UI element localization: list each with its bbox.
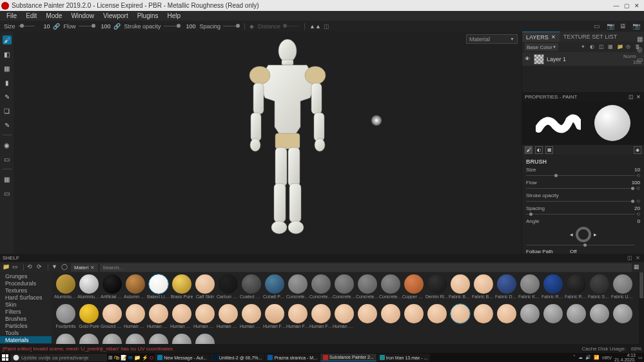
shelf-scrollbar[interactable]	[639, 272, 644, 344]
material-item[interactable]	[170, 333, 193, 344]
material-item[interactable]	[147, 333, 170, 344]
angle-widget[interactable]: ◂▸	[526, 225, 640, 243]
distance-slider[interactable]	[283, 26, 300, 26]
material-item[interactable]	[472, 303, 495, 333]
channel-alpha[interactable]: ◐	[535, 146, 543, 154]
material-item[interactable]: Calf Skin	[193, 274, 217, 303]
taskbar-clock[interactable]: 4:1321.4.2020.	[614, 353, 636, 362]
taskbar-app[interactable]: Substance Painter 2...	[320, 354, 376, 361]
material-item[interactable]: Human Eye...	[240, 303, 263, 333]
add-smart-icon[interactable]: ◎	[626, 44, 632, 50]
material-item[interactable]: Human Fac...	[286, 303, 309, 333]
tray-language[interactable]: HRV	[602, 356, 612, 360]
back-icon[interactable]: ⟲	[27, 263, 35, 271]
material-item[interactable]: Cobalt Pure	[263, 274, 286, 303]
tray-cloud-icon[interactable]: ☁	[578, 355, 583, 360]
fill-tool[interactable]: ▮	[3, 78, 12, 87]
material-item[interactable]	[495, 303, 518, 333]
pinned-app-icon[interactable]: O	[150, 355, 153, 361]
shelf-cat-hard-surfaces[interactable]: Hard Surfaces	[0, 294, 52, 301]
material-item[interactable]: Concrete S...	[379, 274, 402, 303]
material-item[interactable]	[449, 303, 472, 333]
shelf-cat-tools[interactable]: Tools	[0, 329, 52, 336]
material-dropdown[interactable]: Material	[466, 34, 518, 44]
shelf-cat-procedurals[interactable]: Procedurals	[0, 280, 52, 287]
link-icon[interactable]: 🔗	[53, 23, 60, 30]
size-slider[interactable]: ⟲	[526, 174, 640, 177]
eraser-tool[interactable]: ◧	[3, 50, 12, 59]
material-item[interactable]	[611, 303, 634, 333]
material-item[interactable]	[379, 303, 402, 333]
material-item[interactable]: Human Bac...	[124, 303, 147, 333]
add-mask-icon[interactable]: ◐	[590, 44, 596, 50]
material-picker-tool[interactable]: ✎	[3, 120, 12, 129]
size-value[interactable]: 10	[37, 23, 50, 30]
material-item[interactable]: Footprints	[54, 303, 77, 333]
side-icon[interactable]: ▭	[637, 56, 643, 62]
material-item[interactable]: Aluminium ...	[54, 274, 77, 303]
camera-icon[interactable]: 📷	[607, 23, 616, 30]
material-item[interactable]: Concrete D...	[333, 274, 356, 303]
render-icon[interactable]: 📷	[632, 23, 641, 30]
channel-stencil[interactable]: ▦	[545, 146, 553, 154]
side-icon[interactable]: ▦	[637, 35, 643, 42]
material-item[interactable]: Fabric Soft ...	[588, 274, 611, 303]
material-item[interactable]: Fabric Base...	[472, 274, 495, 303]
maximize-button[interactable]: ▢	[622, 2, 631, 10]
menu-help[interactable]: Help	[164, 12, 185, 19]
undock-icon[interactable]: ◫	[629, 94, 634, 99]
layer-thumbnail[interactable]	[534, 54, 544, 64]
clone-tool[interactable]: ❏	[3, 106, 12, 115]
add-folder-icon[interactable]: 📁	[617, 44, 623, 50]
material-item[interactable]: Human Ear...	[217, 303, 240, 333]
material-item[interactable]	[402, 303, 425, 333]
material-item[interactable]: Concrete Cl...	[309, 274, 333, 303]
grid-view-icon[interactable]: ▦	[634, 263, 641, 271]
material-item[interactable]: Human Bell...	[147, 303, 170, 333]
monitor-icon[interactable]: 🖥	[620, 23, 629, 30]
taskbar-app[interactable]: Prazna stranica - M...	[265, 354, 320, 361]
spacing-slider[interactable]	[223, 26, 240, 26]
smudge-tool[interactable]: ✎	[3, 92, 12, 101]
paint-tool[interactable]: 🖌	[3, 35, 12, 44]
material-item[interactable]: Aluminium ...	[77, 274, 101, 303]
material-item[interactable]	[356, 303, 379, 333]
tray-network-icon[interactable]: 📶	[594, 355, 600, 360]
material-item[interactable]: Fabric Band...	[449, 274, 472, 303]
visibility-icon[interactable]: 👁	[525, 56, 531, 62]
opacity-slider[interactable]: ⟲	[526, 200, 640, 203]
taskbar-app[interactable]: Untitled-2 @ 66,7%...	[210, 354, 265, 361]
material-item[interactable]	[425, 303, 449, 333]
channel-material[interactable]: ◉	[634, 146, 641, 154]
flow-slider[interactable]: ⟲	[526, 187, 640, 190]
shelf-cat-materials[interactable]: Materials	[0, 336, 52, 343]
notifications-icon[interactable]: ▭	[638, 355, 643, 360]
add-layer-icon[interactable]: ◫	[599, 44, 605, 50]
channel-brush[interactable]: 🖌	[525, 146, 532, 154]
menu-viewport[interactable]: Viewport	[99, 12, 132, 19]
material-item[interactable]: Human Chi...	[193, 303, 217, 333]
material-item[interactable]: Autumn Leaf	[124, 274, 147, 303]
material-item[interactable]: Gold Pure	[77, 303, 101, 333]
material-item[interactable]: Concrete B...	[286, 274, 309, 303]
tab-layers[interactable]: LAYERS✕	[522, 32, 560, 42]
flow-slider[interactable]	[79, 26, 95, 26]
reload-icon[interactable]: ◯	[61, 263, 69, 271]
remove-chip-icon[interactable]: ✕	[90, 265, 95, 271]
material-item[interactable]	[565, 303, 588, 333]
size-slider[interactable]	[18, 26, 35, 26]
material-item[interactable]: Baked Light...	[147, 274, 170, 303]
selection-tool[interactable]: ▭	[3, 155, 12, 164]
tray-volume-icon[interactable]: 🔊	[585, 355, 591, 360]
taskbar-app[interactable]: Iron Man 13.max - ...	[377, 354, 431, 361]
add-effect-icon[interactable]: ✦	[581, 44, 587, 50]
taskview-icon[interactable]: ⊞	[108, 355, 113, 361]
menu-file[interactable]: File	[3, 12, 21, 19]
taskbar-app[interactable]: New Message - Aut...	[155, 354, 210, 361]
pinned-app-icon[interactable]: ✉	[128, 355, 133, 361]
shelf-cat-textures[interactable]: Textures	[0, 287, 52, 294]
material-item[interactable]	[77, 333, 101, 344]
material-item[interactable]	[54, 333, 77, 344]
shelf-cat-brushes[interactable]: Brushes	[0, 315, 52, 322]
menu-window[interactable]: Window	[67, 12, 98, 19]
